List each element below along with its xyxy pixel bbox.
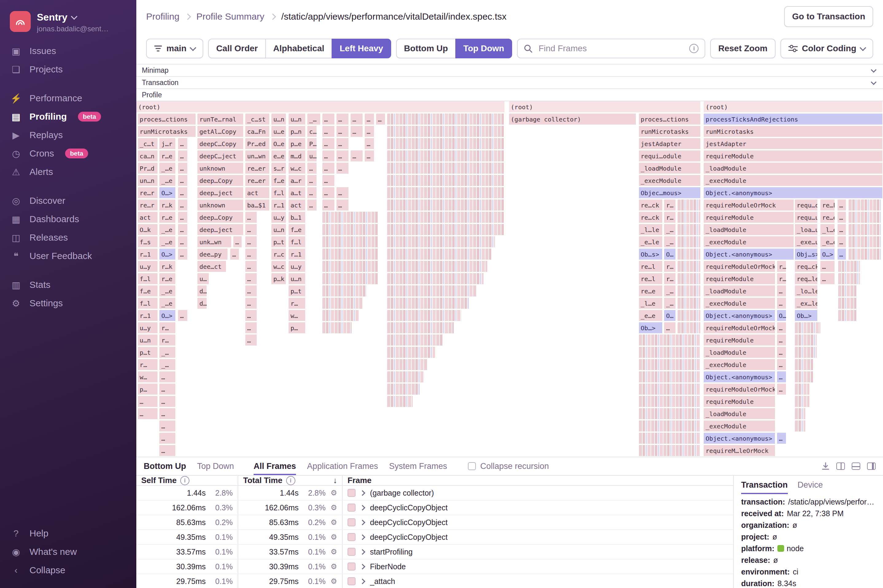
- color-coding-button[interactable]: Color Coding: [781, 39, 873, 58]
- flame-cell[interactable]: …: [336, 150, 349, 162]
- flame-cell[interactable]: requ…ule: [795, 212, 818, 224]
- flame-cell[interactable]: …: [233, 236, 242, 248]
- flame-cell[interactable]: runTe…rnal: [197, 114, 244, 125]
- frame-name[interactable]: FiberNode: [370, 562, 406, 571]
- flame-cell[interactable]: [848, 212, 881, 224]
- flame-cell[interactable]: re…l: [639, 261, 663, 273]
- flame-cell[interactable]: (root): [509, 101, 701, 113]
- flame-cell[interactable]: Ob…s>: [639, 249, 663, 260]
- flame-cell[interactable]: O…e: [272, 138, 287, 150]
- reset-zoom-button[interactable]: Reset Zoom: [710, 39, 775, 58]
- sidebar-item-help[interactable]: ?Help: [0, 524, 136, 543]
- flame-cell[interactable]: [387, 224, 505, 236]
- flame-cell[interactable]: …: [777, 298, 787, 309]
- flame-cell[interactable]: [848, 200, 881, 211]
- flame-cell[interactable]: …: [336, 126, 349, 138]
- flame-cell[interactable]: [387, 261, 488, 273]
- flame-cell[interactable]: Object.<anonymous>: [704, 371, 775, 383]
- flame-cell[interactable]: [639, 433, 701, 444]
- flame-cell[interactable]: act: [245, 187, 270, 199]
- flame-cell[interactable]: un…n: [138, 175, 158, 187]
- flame-cell[interactable]: dee…py: [197, 249, 228, 260]
- flame-cell[interactable]: …: [664, 322, 676, 334]
- flame-cell[interactable]: [322, 273, 378, 285]
- flame-cell[interactable]: w…: [138, 371, 158, 383]
- table-row[interactable]: 33.57ms0.1%33.57ms0.1%⚙startProfiling: [136, 545, 733, 560]
- flame-cell[interactable]: [639, 420, 701, 432]
- flame-cell[interactable]: [387, 359, 428, 371]
- flame-cell[interactable]: Pr…ed: [245, 138, 270, 150]
- flame-cell[interactable]: [677, 285, 701, 297]
- flame-cell[interactable]: _execModule: [639, 175, 701, 187]
- flame-cell[interactable]: deepC…Copy: [197, 138, 244, 150]
- sidebar-item-stats[interactable]: ▥Stats: [0, 276, 136, 294]
- flame-cell[interactable]: …: [777, 347, 787, 358]
- flame-cell[interactable]: r…1: [138, 249, 158, 260]
- flame-cell[interactable]: p…e: [288, 138, 306, 150]
- flame-cell[interactable]: a…r: [288, 175, 306, 187]
- flame-cell[interactable]: [387, 298, 469, 309]
- flame-cell[interactable]: …: [245, 224, 257, 236]
- chevron-right-icon[interactable]: [359, 520, 365, 525]
- flame-cell[interactable]: [322, 261, 378, 273]
- flame-cell[interactable]: Object.<anonymous>: [704, 249, 794, 260]
- flame-cell[interactable]: re…er: [245, 163, 270, 174]
- flame-cell[interactable]: …: [245, 310, 257, 322]
- flame-cell[interactable]: req…le: [795, 273, 818, 285]
- flame-cell[interactable]: [322, 236, 378, 248]
- frame-name[interactable]: startProfiling: [370, 548, 413, 556]
- split-right-icon[interactable]: [867, 462, 875, 470]
- flame-cell[interactable]: …: [777, 359, 787, 371]
- flame-cell[interactable]: ca…n: [138, 150, 158, 162]
- flame-cell[interactable]: …: [159, 384, 176, 395]
- chevron-right-icon[interactable]: [359, 534, 365, 540]
- flame-cell[interactable]: Ob…>: [639, 322, 663, 334]
- flame-cell[interactable]: [677, 273, 701, 285]
- flame-cell[interactable]: Obj…s>: [795, 249, 818, 260]
- flame-cell[interactable]: …: [777, 433, 787, 444]
- flame-cell[interactable]: re…e: [820, 212, 835, 224]
- flame-cell[interactable]: f…e: [138, 285, 158, 297]
- flame-cell[interactable]: …: [178, 150, 188, 162]
- flame-cell[interactable]: d…: [197, 298, 207, 309]
- flame-cell[interactable]: [795, 420, 806, 432]
- flame-cell[interactable]: …: [178, 175, 188, 187]
- flamegraph[interactable]: (root)(root)(root)proces…ctionsrunTe…rna…: [136, 100, 883, 457]
- breadcrumb-profile-summary[interactable]: Profile Summary: [196, 11, 264, 22]
- flame-cell[interactable]: [387, 249, 491, 260]
- flame-cell[interactable]: runMicrotasks: [138, 126, 196, 138]
- sidebar-item-releases[interactable]: ◫Releases: [0, 228, 136, 247]
- flame-cell[interactable]: [848, 249, 881, 260]
- flame-cell[interactable]: p…t: [138, 347, 158, 358]
- flame-cell[interactable]: requireModule: [704, 334, 775, 346]
- sidebar-item-discover[interactable]: ◎Discover: [0, 192, 136, 210]
- flame-cell[interactable]: O…k: [138, 224, 158, 236]
- flame-cell[interactable]: …: [178, 138, 188, 150]
- flame-cell[interactable]: _execModule: [704, 420, 775, 432]
- flame-cell[interactable]: c…: [307, 126, 317, 138]
- sidebar-item-settings[interactable]: ⚙Settings: [0, 294, 136, 312]
- flame-cell[interactable]: re…er: [245, 175, 270, 187]
- flame-cell[interactable]: [387, 285, 477, 297]
- org-switcher[interactable]: Sentry jonas.badalic@sent…: [0, 9, 136, 42]
- flame-cell[interactable]: re…r: [138, 187, 158, 199]
- flame-cell[interactable]: _…e: [159, 236, 176, 248]
- flame-cell[interactable]: unknown: [197, 163, 244, 174]
- flame-cell[interactable]: _…: [159, 359, 176, 371]
- flame-cell[interactable]: …: [138, 408, 158, 420]
- flame-cell[interactable]: [387, 236, 496, 248]
- flame-cell[interactable]: [322, 285, 367, 297]
- flame-cell[interactable]: u…n: [138, 334, 158, 346]
- flame-cell[interactable]: dee…ct: [197, 261, 227, 273]
- flame-cell[interactable]: f…e: [288, 224, 306, 236]
- flame-cell[interactable]: [639, 371, 701, 383]
- flame-cell[interactable]: u…n: [272, 224, 287, 236]
- flame-cell[interactable]: re…l: [639, 273, 663, 285]
- top-down-button[interactable]: Top Down: [455, 39, 512, 58]
- flame-cell[interactable]: re…ck: [639, 212, 663, 224]
- sidebar-item-performance[interactable]: ⚡Performance: [0, 89, 136, 107]
- flame-cell[interactable]: requireModule: [704, 273, 775, 285]
- flame-cell[interactable]: [677, 212, 701, 224]
- gear-icon[interactable]: ⚙: [330, 489, 337, 496]
- flame-cell[interactable]: [322, 310, 360, 322]
